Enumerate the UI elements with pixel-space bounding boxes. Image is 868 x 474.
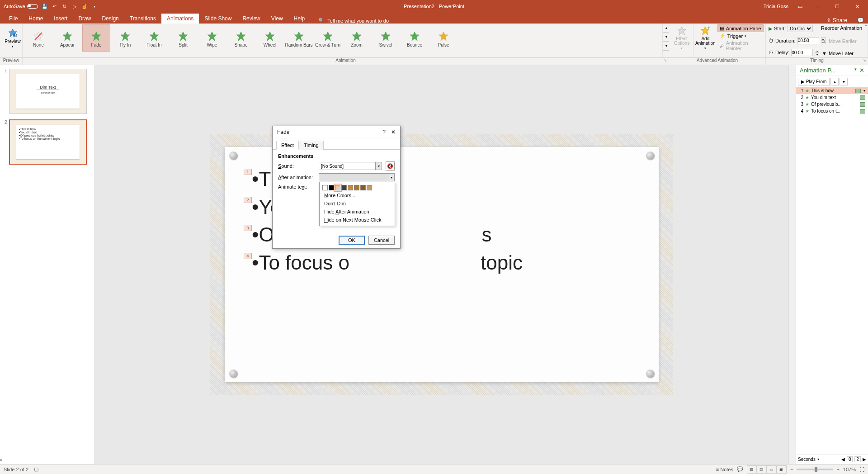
tab-animations[interactable]: Animations <box>161 14 199 24</box>
duration-input[interactable] <box>797 37 819 44</box>
slide-counter[interactable]: Slide 2 of 2 <box>4 467 28 472</box>
anim-list-item-2[interactable]: 2★You dim text <box>796 94 868 101</box>
redo-icon[interactable]: ↻ <box>61 3 68 9</box>
animation-wipe[interactable]: Wipe <box>198 24 226 52</box>
hide-on-next-click-item[interactable]: Hide on Next Mouse Click <box>321 216 393 224</box>
gallery-up[interactable]: ▴ <box>663 24 669 33</box>
ribbon-display-icon[interactable]: ▭ <box>794 4 807 9</box>
thumbnail-slide-1[interactable]: Dim Text In PowerPoint <box>9 69 87 114</box>
anim-tag-3[interactable]: 3 <box>244 225 252 231</box>
color-swatch[interactable] <box>335 185 340 190</box>
fit-window-button[interactable]: ⛶ <box>859 467 864 472</box>
start-select[interactable]: On Click <box>788 25 813 32</box>
timing-dialog-launcher[interactable]: ↘ <box>862 58 867 64</box>
tab-design[interactable]: Design <box>96 14 124 24</box>
animation-zoom[interactable]: Zoom <box>343 24 371 52</box>
animation-fly-in[interactable]: Fly In <box>111 24 139 52</box>
animation-random-bars[interactable]: Random Bars <box>285 24 313 52</box>
pane-dropdown-icon[interactable]: ▾ <box>854 67 857 74</box>
sound-combo[interactable]: [No Sound] ▾ <box>319 162 382 170</box>
gallery-more[interactable]: ▾ <box>663 42 669 51</box>
play-from-button[interactable]: ▶ Play From <box>798 78 830 85</box>
animation-painter-button[interactable]: 🖌 Animation Painter <box>717 40 764 52</box>
color-swatch[interactable] <box>322 185 328 190</box>
anim-list-item-4[interactable]: 4★To focus on t... <box>796 108 868 114</box>
after-animation-combo[interactable]: ▾ More Colors... Don't Dim Hide After An… <box>319 173 395 181</box>
more-colors-item[interactable]: More Colors... <box>321 191 393 199</box>
sorter-view-button[interactable]: ▤ <box>757 465 767 474</box>
normal-view-button[interactable]: ▦ <box>747 465 757 474</box>
color-swatch[interactable] <box>341 185 347 190</box>
maximize-button[interactable]: ☐ <box>828 0 846 13</box>
tab-review[interactable]: Review <box>237 14 265 24</box>
color-swatch[interactable] <box>354 185 359 190</box>
close-pane-icon[interactable]: ✕ <box>859 67 864 74</box>
hide-after-item[interactable]: Hide After Animation <box>321 208 393 216</box>
tab-transitions[interactable]: Transitions <box>124 14 161 24</box>
accessibility-icon[interactable]: ▢ <box>34 466 38 472</box>
zoom-out-button[interactable]: − <box>790 467 793 472</box>
dialog-help-button[interactable]: ? <box>382 129 386 135</box>
dialog-titlebar[interactable]: Fade ? ✕ <box>273 126 400 138</box>
gallery-down[interactable]: ▾ <box>663 33 669 42</box>
color-swatch[interactable] <box>348 185 353 190</box>
tab-file[interactable]: File <box>4 14 23 24</box>
slideshow-view-button[interactable]: ▣ <box>777 465 787 474</box>
trigger-button[interactable]: ⚡ Trigger ▾ <box>717 33 764 39</box>
close-button[interactable]: ✕ <box>848 0 866 13</box>
undo-icon[interactable]: ↶ <box>52 3 58 9</box>
dont-dim-item[interactable]: Don't Dim <box>321 199 393 208</box>
collapse-ribbon-icon[interactable]: ˄ <box>865 24 867 29</box>
tab-help[interactable]: Help <box>288 14 311 24</box>
color-swatch[interactable] <box>329 185 334 190</box>
add-animation-button[interactable]: + Add Animation ▾ <box>695 24 716 52</box>
tab-insert[interactable]: Insert <box>48 14 73 24</box>
move-later-button[interactable]: ▼ Move Later <box>820 50 866 57</box>
preview-button[interactable]: Preview ▾ <box>2 24 24 52</box>
animation-swivel[interactable]: Swivel <box>372 24 400 52</box>
zoom-in-button[interactable]: + <box>836 467 839 472</box>
animation-fade[interactable]: Fade <box>82 24 110 52</box>
animation-shape[interactable]: Shape <box>227 24 255 52</box>
minimize-button[interactable]: — <box>808 0 826 13</box>
move-earlier-button[interactable]: ▲ Move Earlier <box>820 38 866 44</box>
touch-mode-icon[interactable]: ☝ <box>81 3 88 9</box>
anim-tag-2[interactable]: 2 <box>244 197 252 203</box>
move-up-button[interactable]: ▴ <box>830 78 839 85</box>
anim-tag-1[interactable]: 1 <box>244 169 252 175</box>
qat-customize-icon[interactable]: ▾ <box>91 3 98 9</box>
animation-bounce[interactable]: Bounce <box>401 24 429 52</box>
share-button[interactable]: ⇪ Share <box>821 17 853 24</box>
thumbnail-slide-2[interactable]: •This is how •You dim text •Of previous … <box>9 119 87 165</box>
cancel-button[interactable]: Cancel <box>368 236 395 245</box>
animation-appear[interactable]: Appear <box>53 24 81 52</box>
tab-draw[interactable]: Draw <box>73 14 96 24</box>
anim-list-item-3[interactable]: 3★Of previous b... <box>796 101 868 108</box>
animation-float-in[interactable]: Float In <box>140 24 168 52</box>
comments-icon[interactable]: 💬 <box>853 17 868 24</box>
save-icon[interactable]: 💾 <box>42 3 48 9</box>
delay-input[interactable] <box>791 49 813 56</box>
tell-me-search[interactable]: 🔍 Tell me what you want to do <box>318 18 389 24</box>
timeline-next[interactable]: ▶ <box>863 457 866 462</box>
notes-button[interactable]: ≡ Notes <box>716 467 733 472</box>
zoom-slider[interactable] <box>797 469 833 470</box>
animation-wheel[interactable]: Wheel <box>256 24 284 52</box>
timeline-prev[interactable]: ◀ <box>841 457 845 462</box>
chevron-down-icon[interactable]: ▾ <box>817 457 819 461</box>
reading-view-button[interactable]: ▭ <box>767 465 777 474</box>
tab-view[interactable]: View <box>266 14 288 24</box>
dialog-tab-effect[interactable]: Effect <box>276 141 299 150</box>
dialog-close-button[interactable]: ✕ <box>391 129 396 135</box>
animation-grow-turn[interactable]: Grow & Turn <box>314 24 342 52</box>
animation-split[interactable]: Split <box>169 24 197 52</box>
sound-volume-button[interactable]: 🔇 <box>386 161 395 171</box>
chevron-down-icon[interactable]: ▾ <box>863 89 865 93</box>
move-down-button[interactable]: ▾ <box>840 78 848 85</box>
vertical-scrollbar[interactable] <box>788 65 796 464</box>
anim-list-item-1[interactable]: 1★This is how▾ <box>796 87 868 94</box>
zoom-level[interactable]: 107% <box>843 467 856 472</box>
start-from-beginning-icon[interactable]: ▷ <box>71 3 78 9</box>
tab-home[interactable]: Home <box>23 14 48 24</box>
animation-pulse[interactable]: Pulse <box>429 24 458 52</box>
